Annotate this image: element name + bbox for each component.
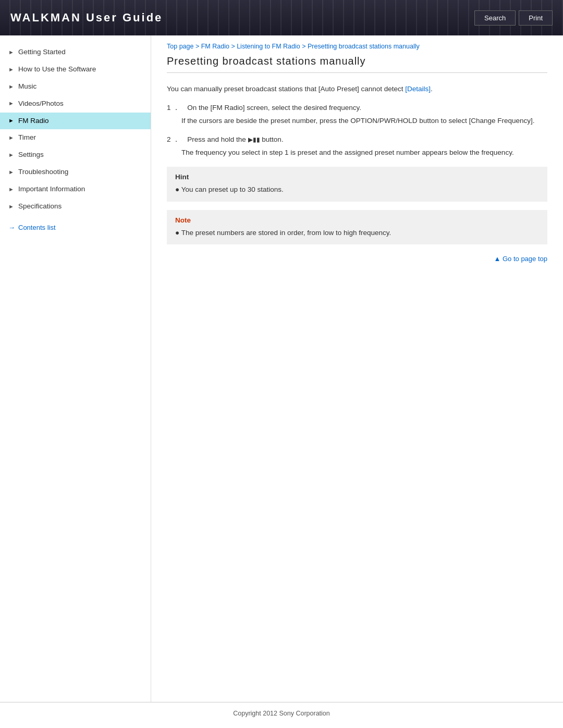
footer: Copyright 2012 Sony Corporation xyxy=(0,702,563,724)
sidebar-item-settings[interactable]: ► Settings xyxy=(0,146,151,164)
step-1-sub: If the cursors are beside the preset num… xyxy=(181,115,547,127)
sidebar-item-label: Specifications xyxy=(18,202,62,212)
sidebar-item-label: Timer xyxy=(18,133,36,143)
arrow-icon: ► xyxy=(8,117,14,125)
sidebar-item-fm-radio[interactable]: ► FM Radio xyxy=(0,113,151,130)
arrow-icon: ► xyxy=(8,151,14,159)
main-content: Top page > FM Radio > Listening to FM Ra… xyxy=(151,35,563,702)
breadcrumb-listening[interactable]: Listening to FM Radio xyxy=(237,43,300,50)
sidebar-item-videos-photos[interactable]: ► Videos/Photos xyxy=(0,95,151,113)
arrow-icon: ► xyxy=(8,186,14,193)
step-1: 1 ． On the [FM Radio] screen, select the… xyxy=(167,102,547,127)
sidebar-item-label: FM Radio xyxy=(18,116,49,126)
arrow-right-icon: → xyxy=(8,224,15,231)
contents-list-link[interactable]: → Contents list xyxy=(0,218,151,237)
step-2-text: 2 ． Press and hold the ▶▮▮ button. xyxy=(167,134,547,145)
intro-text: You can manually preset broadcast statio… xyxy=(167,83,547,95)
breadcrumb: Top page > FM Radio > Listening to FM Ra… xyxy=(167,35,547,55)
arrow-icon: ► xyxy=(8,134,14,142)
note-item-0: The preset numbers are stored in order, … xyxy=(175,227,539,239)
go-to-top-link[interactable]: ▲ Go to page top xyxy=(494,255,548,263)
sidebar-item-label: Important Information xyxy=(18,184,85,194)
play-pause-icon: ▶▮▮ xyxy=(248,136,260,143)
sidebar-item-specifications[interactable]: ► Specifications xyxy=(0,198,151,215)
arrow-icon: ► xyxy=(8,66,14,73)
arrow-icon: ► xyxy=(8,100,14,107)
copyright: Copyright 2012 Sony Corporation xyxy=(7,710,556,717)
note-title: Note xyxy=(175,216,539,224)
arrow-icon: ► xyxy=(8,48,14,56)
header-buttons: Search Print xyxy=(474,10,553,26)
sidebar-item-troubleshooting[interactable]: ► Troubleshooting xyxy=(0,164,151,181)
breadcrumb-top-page[interactable]: Top page xyxy=(167,43,193,50)
note-box: Note The preset numbers are stored in or… xyxy=(167,210,547,245)
details-link[interactable]: [Details] xyxy=(405,85,431,93)
sidebar-item-how-to-use[interactable]: ► How to Use the Software xyxy=(0,61,151,78)
app-title: WALKMAN User Guide xyxy=(10,11,163,24)
header: WALKMAN User Guide Search Print xyxy=(0,0,563,35)
hint-box: Hint You can preset up to 30 stations. xyxy=(167,167,547,202)
arrow-icon: ► xyxy=(8,203,14,211)
page-title: Presetting broadcast stations manually xyxy=(167,55,547,73)
contents-list-label: Contents list xyxy=(18,224,56,231)
sidebar-item-timer[interactable]: ► Timer xyxy=(0,129,151,146)
arrow-icon: ► xyxy=(8,83,14,91)
sidebar-item-label: Getting Started xyxy=(18,47,66,57)
sidebar-item-getting-started[interactable]: ► Getting Started xyxy=(0,44,151,61)
search-button[interactable]: Search xyxy=(474,10,516,26)
step-2-sub: The frequency you select in step 1 is pr… xyxy=(181,147,547,158)
step-2: 2 ． Press and hold the ▶▮▮ button. The f… xyxy=(167,134,547,158)
breadcrumb-presetting[interactable]: Presetting broadcast stations manually xyxy=(308,43,420,50)
sidebar-item-label: Music xyxy=(18,82,36,92)
layout: ► Getting Started ► How to Use the Softw… xyxy=(0,35,563,702)
hint-item-0: You can preset up to 30 stations. xyxy=(175,184,539,195)
sidebar-item-label: Videos/Photos xyxy=(18,99,64,109)
sidebar-item-label: Troubleshooting xyxy=(18,167,68,177)
sidebar-item-label: Settings xyxy=(18,150,44,160)
print-button[interactable]: Print xyxy=(519,10,553,26)
sidebar-item-music[interactable]: ► Music xyxy=(0,78,151,95)
hint-title: Hint xyxy=(175,173,539,181)
sidebar-item-important-information[interactable]: ► Important Information xyxy=(0,181,151,198)
step-1-text: 1 ． On the [FM Radio] screen, select the… xyxy=(167,102,547,114)
sidebar-item-label: How to Use the Software xyxy=(18,65,96,75)
go-to-top: ▲ Go to page top xyxy=(167,255,547,263)
breadcrumb-fm-radio[interactable]: FM Radio xyxy=(201,43,229,50)
arrow-icon: ► xyxy=(8,168,14,176)
sidebar: ► Getting Started ► How to Use the Softw… xyxy=(0,35,151,702)
